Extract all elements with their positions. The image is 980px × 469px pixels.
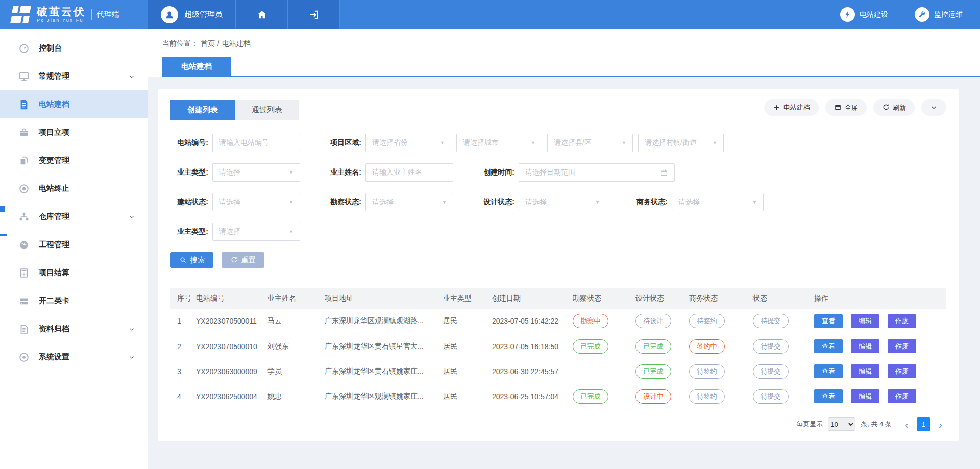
- edit-button[interactable]: 编辑: [851, 389, 879, 403]
- cell-status: 待提交: [750, 359, 811, 384]
- station-no-input[interactable]: 请输入电站编号: [212, 134, 300, 152]
- tab-created-list[interactable]: 创建列表: [170, 100, 235, 120]
- owner-name-input[interactable]: 请输入业主姓名: [365, 163, 453, 182]
- header-link-station-build[interactable]: 电站建设: [840, 7, 888, 22]
- settings-icon: [18, 352, 30, 363]
- edit-button[interactable]: 编辑: [851, 314, 879, 328]
- chevron-down-icon: [930, 104, 938, 111]
- sidebar-item-station-terminate[interactable]: 电站终止: [0, 175, 148, 203]
- sidebar-item-general-mgmt[interactable]: 常规管理: [0, 62, 148, 90]
- filter-owner-type-2: 业主类型: 请选择▼: [170, 223, 300, 241]
- document-icon: [18, 99, 30, 110]
- filter-label: 项目区域:: [324, 138, 361, 147]
- sidebar-item-engineering-mgmt[interactable]: 工程管理: [0, 231, 148, 259]
- sidebar-item-change-mgmt[interactable]: 变更管理: [0, 146, 148, 175]
- edit-button[interactable]: 编辑: [851, 339, 879, 353]
- header-nav: 超级管理员: [148, 0, 340, 29]
- sidebar-item-station-file[interactable]: 电站建档: [0, 90, 148, 118]
- status-badge: 已完成: [635, 339, 671, 354]
- province-select[interactable]: 请选择省份▼: [365, 134, 451, 152]
- copy-icon: [18, 155, 30, 166]
- void-button[interactable]: 作废: [888, 339, 916, 353]
- view-button[interactable]: 查看: [814, 364, 843, 378]
- page-size-select[interactable]: 10: [828, 417, 855, 431]
- tab-passed-list[interactable]: 通过列表: [235, 100, 299, 120]
- sidebar-item-label: 工程管理: [39, 240, 135, 250]
- sitemap-icon: [18, 211, 30, 223]
- sidebar-item-project-settlement[interactable]: 项目结算: [0, 259, 148, 287]
- filter-label: 勘察状态:: [324, 198, 361, 207]
- filter-business-status: 商务状态: 请选择▼: [630, 193, 764, 211]
- list-tabs: 创建列表通过列表: [170, 100, 299, 120]
- view-button[interactable]: 查看: [814, 314, 843, 328]
- archive-icon: [18, 324, 30, 335]
- header-link-label: 电站建设: [860, 10, 888, 19]
- cell-code: YX2023062500004: [193, 384, 264, 409]
- owner-type-2-select[interactable]: 请选择▼: [212, 223, 300, 241]
- user-menu[interactable]: 超级管理员: [148, 0, 236, 29]
- column-header-status: 状态: [750, 288, 811, 309]
- town-select[interactable]: 请选择村镇/街道▼: [638, 134, 724, 152]
- next-page-button[interactable]: ›: [935, 419, 946, 430]
- cell-survey: 勘察中: [570, 309, 632, 334]
- prev-page-button[interactable]: ‹: [901, 419, 913, 430]
- design-status-select[interactable]: 请选择▼: [519, 193, 606, 211]
- column-header-actions: 操作: [811, 288, 946, 309]
- filter-form: 电站编号: 请输入电站编号 项目区域: 请选择省份▼ 请选择城市▼: [170, 134, 946, 241]
- search-icon: [179, 256, 187, 264]
- void-button[interactable]: 作废: [888, 364, 916, 378]
- status-badge: 待提交: [753, 364, 789, 379]
- refresh-button[interactable]: 刷新: [873, 99, 915, 116]
- filter-label: 建站状态:: [170, 198, 208, 207]
- column-header-design: 设计状态: [632, 288, 686, 309]
- collapse-button[interactable]: [921, 99, 946, 116]
- survey-status-select[interactable]: 请选择▼: [365, 193, 453, 211]
- column-header-code: 电站编号: [193, 288, 264, 309]
- void-button[interactable]: 作废: [888, 389, 916, 403]
- sidebar-item-second-card[interactable]: 开二类卡: [0, 287, 148, 315]
- fullscreen-button[interactable]: 全屏: [825, 99, 867, 116]
- page-1-button[interactable]: 1: [917, 417, 930, 431]
- user-name: 超级管理员: [184, 10, 223, 19]
- chevron-down-icon: [128, 326, 135, 333]
- cell-business: 签约中: [686, 334, 750, 359]
- caret-down-icon: ▼: [622, 140, 626, 145]
- caret-down-icon: ▼: [289, 229, 293, 234]
- business-status-select[interactable]: 请选择▼: [672, 193, 764, 211]
- search-button[interactable]: 搜索: [170, 252, 213, 268]
- city-select[interactable]: 请选择城市▼: [456, 134, 542, 152]
- status-badge: 待提交: [753, 389, 789, 404]
- cell-survey: [570, 359, 632, 384]
- home-button[interactable]: [236, 0, 288, 29]
- build-status-select[interactable]: 请选择▼: [212, 193, 300, 211]
- page-tab-station-file[interactable]: 电站建档: [162, 57, 231, 76]
- logout-button[interactable]: [288, 0, 340, 29]
- edit-button[interactable]: 编辑: [851, 364, 879, 378]
- header-link-monitor-ops[interactable]: 监控运维: [915, 7, 963, 22]
- view-button[interactable]: 查看: [814, 339, 843, 353]
- owner-type-select[interactable]: 请选择▼: [212, 163, 300, 182]
- sidebar-item-project-approval[interactable]: 项目立项: [0, 118, 148, 146]
- status-badge: 已完成: [573, 389, 608, 404]
- sidebar-item-data-archive[interactable]: 资料归档: [0, 315, 148, 343]
- sidebar-item-console[interactable]: 控制台: [0, 34, 148, 62]
- breadcrumb-home-link[interactable]: 首页: [201, 39, 215, 48]
- district-select[interactable]: 请选择县/区▼: [547, 134, 633, 152]
- reset-button[interactable]: 重置: [222, 252, 264, 268]
- chevron-down-icon: [128, 213, 135, 220]
- status-badge: 待签约: [689, 389, 725, 404]
- view-button[interactable]: 查看: [814, 389, 843, 403]
- placeholder-text: 请选择: [372, 198, 439, 207]
- create-time-select[interactable]: 请选择日期范围: [519, 163, 675, 182]
- filter-town: 请选择村镇/街道▼: [638, 134, 724, 152]
- column-header-business: 商务状态: [686, 288, 750, 309]
- sidebar-item-system-settings[interactable]: 系统设置: [0, 343, 148, 371]
- sidebar-item-label: 开二类卡: [39, 296, 135, 306]
- create-station-button[interactable]: 电站建档: [764, 99, 819, 116]
- void-button[interactable]: 作废: [888, 314, 916, 328]
- sidebar-item-warehouse-mgmt[interactable]: 仓库管理: [0, 203, 148, 231]
- cell-status: 待提交: [750, 309, 811, 334]
- cell-actions: 查看编辑作废: [811, 309, 946, 334]
- placeholder-text: 请选择: [219, 168, 286, 177]
- cell-index: 3: [170, 359, 193, 384]
